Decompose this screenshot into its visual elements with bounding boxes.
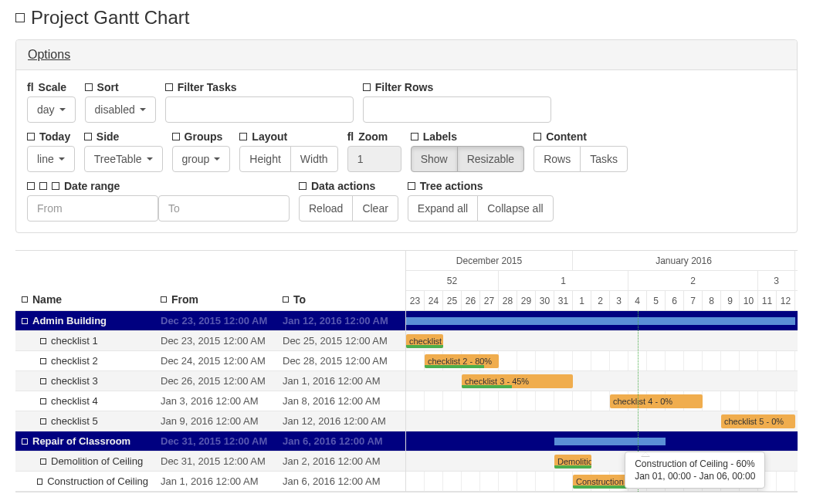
day-header: 7: [684, 291, 703, 310]
month-header: December 2015: [406, 251, 573, 270]
task-icon: [40, 398, 46, 404]
task-label: Demolition of Ceiling - 100%: [554, 457, 591, 466]
gantt-task-bar[interactable]: Demolition of Ceiling - 100%: [554, 455, 591, 468]
row-name: Admin Building: [32, 315, 107, 326]
gantt-chart: Name From To Admin BuildingDec 23, 2015 …: [15, 250, 798, 492]
search-icon: fl: [27, 81, 34, 93]
table-row[interactable]: Construction of CeilingJan 1, 2016 12:00…: [15, 472, 405, 492]
reload-button[interactable]: Reload: [299, 195, 353, 222]
groups-icon: [172, 133, 180, 140]
day-header: 26: [462, 291, 480, 310]
collapse-icon[interactable]: [22, 318, 28, 324]
timeline-row: checklist 2 - 80%: [406, 351, 798, 371]
page-title: Project Gantt Chart: [15, 7, 798, 29]
task-label: checklist 2 - 80%: [425, 357, 495, 366]
table-row[interactable]: checklist 3Dec 26, 2015 12:00 AMJan 1, 2…: [15, 371, 405, 391]
gantt-group-bar[interactable]: [406, 317, 795, 325]
scale-select[interactable]: day: [27, 96, 76, 123]
day-header: 3: [610, 291, 628, 310]
gantt-task-bar[interactable]: checklist 1 - 100%: [406, 334, 443, 348]
content-icon: [534, 133, 541, 140]
show-button[interactable]: Show: [411, 146, 458, 172]
sort-icon: [283, 296, 289, 303]
sort-select[interactable]: disabled: [85, 96, 156, 123]
table-row[interactable]: checklist 4Jan 3, 2016 12:00 AMJan 8, 20…: [15, 391, 405, 411]
row-from: Dec 31, 2015 12:00 AM: [154, 435, 276, 447]
day-header: 4: [628, 291, 647, 310]
table-row[interactable]: Admin BuildingDec 23, 2015 12:00 AMJan 1…: [15, 311, 405, 331]
collapse-button[interactable]: Collapse all: [477, 195, 553, 222]
day-header: 12: [777, 291, 795, 310]
week-header: 52: [406, 271, 499, 290]
task-icon: [40, 418, 46, 425]
tooltip-dates: Jan 01, 00:00 - Jan 06, 00:00: [635, 471, 755, 482]
zoom-input[interactable]: [347, 146, 401, 172]
table-row[interactable]: checklist 2Dec 24, 2015 12:00 AMDec 28, …: [15, 351, 405, 371]
options-panel: Options flScaleday Sortdisabled Filter T…: [15, 39, 798, 233]
filter-rows-input[interactable]: [363, 96, 551, 123]
col-header-to[interactable]: To: [276, 289, 405, 310]
day-header: 1: [573, 291, 591, 310]
gantt-task-bar[interactable]: checklist 2 - 80%: [425, 354, 499, 368]
gantt-task-bar[interactable]: checklist 5 - 0%: [721, 414, 795, 428]
today-select[interactable]: line: [27, 146, 75, 172]
row-from: Jan 9, 2016 12:00 AM: [154, 415, 276, 427]
col-header-name[interactable]: Name: [15, 289, 154, 310]
gantt-task-bar[interactable]: checklist 4 - 0%: [610, 394, 703, 408]
layout-icon: [239, 133, 247, 140]
rows-button[interactable]: Rows: [534, 146, 581, 172]
resizable-button[interactable]: Resizable: [457, 146, 524, 172]
date-to-input[interactable]: [158, 195, 290, 222]
calendar-icon: [39, 182, 47, 190]
task-icon: [40, 358, 46, 364]
width-button[interactable]: Width: [290, 146, 338, 172]
data-icon: [299, 182, 307, 190]
task-label: checklist 1 - 100%: [406, 337, 443, 346]
clear-button[interactable]: Clear: [352, 195, 398, 222]
height-button[interactable]: Height: [239, 146, 290, 172]
tooltip-title: Construction of Ceiling - 60%: [635, 458, 755, 469]
table-row[interactable]: checklist 1Dec 23, 2015 12:00 AMDec 25, …: [15, 331, 405, 351]
filter-icon: [363, 83, 371, 91]
day-header: 30: [536, 291, 554, 310]
day-header: 28: [499, 291, 517, 310]
week-header: 1: [499, 271, 628, 290]
row-to: Jan 2, 2016 12:00 AM: [276, 455, 405, 467]
tasks-button[interactable]: Tasks: [580, 146, 628, 172]
row-from: Dec 24, 2015 12:00 AM: [154, 355, 276, 367]
collapse-icon[interactable]: [22, 438, 28, 445]
row-name: checklist 2: [51, 355, 98, 367]
gantt-timeline: December 2015January 2016521232324252627…: [406, 251, 798, 492]
row-to: Jan 8, 2016 12:00 AM: [276, 395, 405, 407]
row-from: Dec 31, 2015 12:00 AM: [154, 455, 276, 467]
sort-icon: [22, 296, 28, 303]
row-name: checklist 4: [51, 395, 98, 407]
table-row[interactable]: checklist 5Jan 9, 2016 12:00 AMJan 12, 2…: [15, 411, 405, 431]
table-row[interactable]: Demolition of CeilingDec 31, 2015 12:00 …: [15, 452, 405, 472]
day-header: 23: [406, 291, 425, 310]
options-header[interactable]: Options: [16, 40, 797, 70]
week-header: 3: [758, 271, 795, 290]
filter-tasks-input[interactable]: [165, 96, 354, 123]
table-row[interactable]: Repair of ClassroomDec 31, 2015 12:00 AM…: [15, 431, 405, 452]
side-select[interactable]: TreeTable: [84, 146, 163, 172]
col-header-from[interactable]: From: [154, 289, 276, 310]
expand-button[interactable]: Expand all: [408, 195, 478, 222]
row-to: Jan 1, 2016 12:00 AM: [276, 375, 405, 387]
day-header: 5: [647, 291, 666, 310]
task-label: checklist 5 - 0%: [721, 417, 787, 426]
options-toggle[interactable]: Options: [28, 48, 70, 61]
row-from: Dec 23, 2015 12:00 AM: [154, 335, 276, 347]
sort-icon: [161, 296, 167, 303]
timeline-row: checklist 3 - 45%: [406, 371, 798, 391]
row-to: Jan 6, 2016 12:00 AM: [276, 475, 405, 487]
groups-select[interactable]: group: [172, 146, 231, 172]
task-icon: [40, 458, 46, 465]
task-label: checklist 3 - 45%: [462, 377, 532, 386]
zoom-icon: fl: [347, 130, 354, 143]
gantt-group-bar[interactable]: [554, 438, 666, 445]
gantt-task-bar[interactable]: checklist 3 - 45%: [462, 374, 573, 388]
week-header: 2: [628, 271, 758, 290]
chart-icon: [15, 13, 25, 22]
date-from-input[interactable]: [27, 195, 158, 222]
